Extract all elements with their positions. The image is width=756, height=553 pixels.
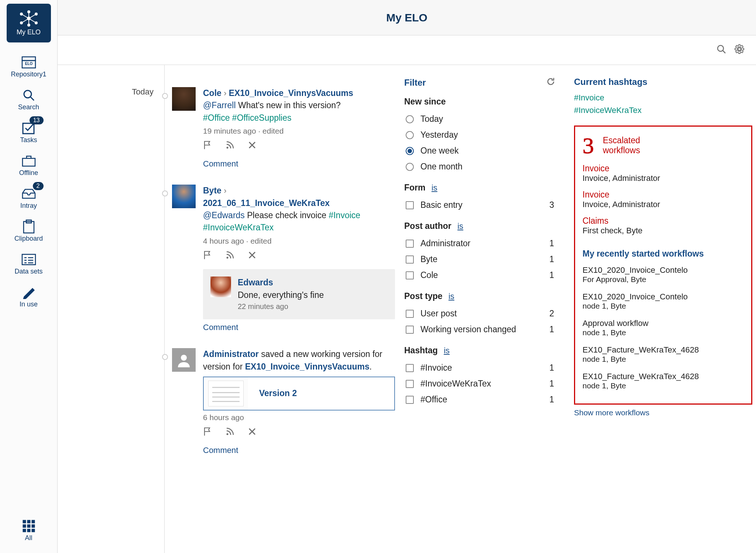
hashtag-link[interactable]: #InvoiceWeKraTex [574,106,752,115]
filter-checkbox[interactable]: Cole1 [404,267,556,283]
filter-checkbox[interactable]: Working version changed1 [404,322,556,337]
filter-option[interactable]: Yesterday [404,127,556,143]
sidebar-item-label: All [25,534,32,542]
filter-checkbox[interactable]: #InvoiceWeKraTex1 [404,376,556,392]
sidebar-item-intray[interactable]: 2 Intray [0,181,57,214]
post-author[interactable]: Administrator [203,349,259,359]
sidebar-item-repository[interactable]: ELO Repository1 [0,50,57,83]
briefcase-icon [21,153,37,169]
filter-checkbox[interactable]: #Office1 [404,392,556,408]
sidebar-item-search[interactable]: Search [0,83,57,116]
feed-post: Byte › 2021_06_11_Invoice_WeKraTex @Edwa… [165,174,401,337]
intray-badge: 2 [33,182,44,190]
post-hashtag[interactable]: #InvoiceWeKraTex [203,221,397,234]
post-subject[interactable]: EX10_Invoice_VinnysVacuums [245,362,370,371]
check-label: Working version changed [420,324,516,334]
show-more-workflows-link[interactable]: Show more workflows [574,408,752,417]
workflow-item[interactable]: EX10_Facture_WeKraTex_4628node 1, Byte [583,372,744,390]
filter-checkbox[interactable]: Administrator1 [404,236,556,251]
avatar[interactable] [172,185,196,208]
rss-icon[interactable] [225,250,235,263]
clipboard-icon [21,219,37,235]
sidebar-item-all[interactable]: All [0,514,57,546]
hashtag-link[interactable]: #Invoice [574,93,752,103]
svg-rect-19 [23,158,35,166]
workflow-item[interactable]: EX10_2020_Invoice_Contelonode 1, Byte [583,292,744,310]
filter-option[interactable]: One week [404,143,556,159]
check-label: #InvoiceWeKraTex [420,379,491,389]
filter-is-link[interactable]: is [457,221,463,231]
comment-link[interactable]: Comment [203,158,238,170]
post-mention[interactable]: @Farrell [203,100,236,110]
post-hashtags[interactable]: #Office #OfficeSupplies [203,112,397,124]
post-mention[interactable]: @Edwards [203,210,245,220]
filter-option[interactable]: One month [404,159,556,175]
sidebar-item-inuse[interactable]: In use [0,280,57,313]
avatar[interactable] [172,348,196,372]
filter-checkbox[interactable]: User post2 [404,306,556,322]
post-meta: 4 hours ago · edited [203,236,397,247]
search-icon[interactable] [716,44,726,56]
sidebar-item-offline[interactable]: Offline [0,148,57,181]
post-subject[interactable]: EX10_Invoice_VinnysVacuums [229,88,353,98]
app-sidebar: My ELO ELO Repository1 Search 13 Tasks O… [0,0,58,553]
document-thumbnail-icon [204,377,248,410]
sidebar-item-datasets[interactable]: Data sets [0,247,57,280]
post-subject[interactable]: 2021_06_11_Invoice_WeKraTex [203,198,330,208]
comment-link[interactable]: Comment [203,444,238,456]
flag-icon[interactable] [203,140,212,153]
filter-option[interactable]: Today [404,111,556,127]
close-icon[interactable] [248,140,256,153]
sidebar-item-label: Clipboard [14,235,43,243]
svg-point-43 [227,257,228,258]
avatar[interactable] [210,276,231,297]
sidebar-item-clipboard[interactable]: Clipboard [0,214,57,247]
check-count: 1 [549,324,554,334]
rss-icon[interactable] [225,427,235,440]
filter-is-link[interactable]: is [449,292,454,301]
workflow-sub: node 1, Byte [583,328,744,337]
filter-checkbox[interactable]: Basic entry3 [404,197,556,213]
recent-workflows-heading: My recently started workflows [583,249,744,259]
reload-icon[interactable] [546,77,556,89]
reply-author[interactable]: Edwards [238,276,324,289]
comment-link[interactable]: Comment [203,322,238,333]
close-icon[interactable] [248,250,256,263]
filter-is-link[interactable]: is [444,346,450,355]
post-author[interactable]: Byte [203,186,221,195]
post-inline-hashtag[interactable]: #Invoice [329,210,360,220]
workflow-item[interactable]: Approval workflownode 1, Byte [583,319,744,337]
workflow-item[interactable]: EX10_Facture_WeKraTex_4628node 1, Byte [583,345,744,364]
sidebar-item-tasks[interactable]: 13 Tasks [0,116,57,148]
filter-is-link[interactable]: is [432,183,437,192]
workflow-sub: node 1, Byte [583,381,744,390]
close-icon[interactable] [248,427,256,440]
flag-icon[interactable] [203,427,212,440]
workflow-item[interactable]: EX10_2020_Invoice_ConteloFor Approval, B… [583,265,744,284]
svg-point-46 [181,355,187,361]
filter-group-new-since: New since [404,97,556,107]
escalated-item[interactable]: Invoice Invoice, Administrator [583,164,744,183]
avatar[interactable] [172,87,196,111]
escalated-item[interactable]: Claims First check, Byte [583,216,744,236]
rss-icon[interactable] [225,140,235,153]
post-author[interactable]: Cole [203,88,221,98]
flag-icon[interactable] [203,250,212,263]
check-count: 1 [549,363,554,373]
svg-line-10 [29,18,36,23]
my-elo-tile[interactable]: My ELO [7,4,51,42]
post-meta: 19 minutes ago · edited [203,126,397,137]
check-count: 3 [549,200,554,210]
gear-icon[interactable] [734,44,745,56]
check-label: Byte [420,254,437,264]
feed-column: Cole › EX10_Invoice_VinnysVacuums @Farre… [164,65,401,553]
filter-checkbox[interactable]: #Invoice1 [404,360,556,376]
reply-text: Done, everything's fine [238,289,324,301]
sidebar-item-label: Intray [20,202,37,210]
tasks-badge: 13 [30,116,44,124]
tool-row [58,35,756,65]
sidebar-item-label: Data sets [14,268,42,275]
version-card[interactable]: Version 2 [203,377,395,411]
escalated-item[interactable]: Invoice Invoice, Administrator [583,190,744,209]
filter-checkbox[interactable]: Byte1 [404,251,556,267]
